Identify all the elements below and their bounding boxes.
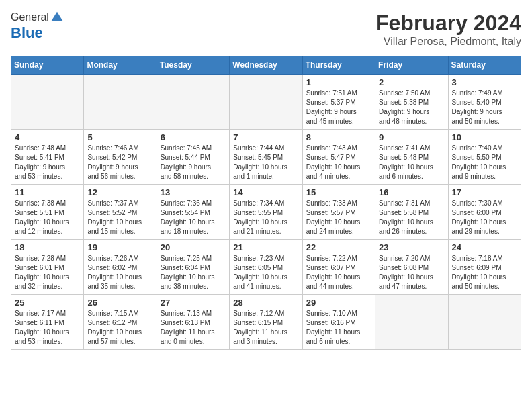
calendar-cell: 17Sunrise: 7:30 AM Sunset: 6:00 PM Dayli… [448, 185, 521, 240]
day-number: 23 [379, 242, 444, 253]
calendar-cell: 1Sunrise: 7:51 AM Sunset: 5:37 PM Daylig… [302, 75, 375, 130]
day-number: 14 [233, 187, 298, 197]
day-number: 5 [87, 132, 152, 142]
calendar-cell: 16Sunrise: 7:31 AM Sunset: 5:58 PM Dayli… [375, 185, 448, 240]
calendar-cell: 28Sunrise: 7:12 AM Sunset: 6:15 PM Dayli… [230, 295, 302, 350]
calendar-cell: 19Sunrise: 7:26 AM Sunset: 6:02 PM Dayli… [84, 240, 157, 295]
day-number: 19 [87, 242, 152, 253]
calendar-cell: 13Sunrise: 7:36 AM Sunset: 5:54 PM Dayli… [157, 185, 229, 240]
day-number: 13 [161, 187, 226, 197]
day-number: 11 [15, 187, 80, 197]
column-header-sunday: Sunday [11, 56, 84, 75]
day-number: 1 [306, 77, 371, 87]
calendar-cell [157, 75, 229, 130]
day-info: Sunrise: 7:40 AM Sunset: 5:50 PM Dayligh… [452, 144, 517, 181]
day-number: 3 [452, 77, 517, 87]
column-header-monday: Monday [84, 56, 157, 75]
day-info: Sunrise: 7:23 AM Sunset: 6:05 PM Dayligh… [233, 254, 298, 291]
day-info: Sunrise: 7:31 AM Sunset: 5:58 PM Dayligh… [379, 199, 444, 236]
day-number: 21 [233, 242, 298, 253]
calendar-cell: 6Sunrise: 7:45 AM Sunset: 5:44 PM Daylig… [157, 130, 229, 185]
calendar-cell: 21Sunrise: 7:23 AM Sunset: 6:05 PM Dayli… [230, 240, 302, 295]
day-number: 6 [161, 132, 226, 142]
calendar-cell: 12Sunrise: 7:37 AM Sunset: 5:52 PM Dayli… [84, 185, 157, 240]
column-header-thursday: Thursday [302, 56, 375, 75]
day-info: Sunrise: 7:12 AM Sunset: 6:15 PM Dayligh… [233, 309, 298, 347]
calendar-week-row: 11Sunrise: 7:38 AM Sunset: 5:51 PM Dayli… [11, 185, 521, 240]
day-number: 26 [87, 298, 152, 308]
logo-icon [50, 11, 64, 24]
day-number: 7 [233, 132, 298, 142]
day-info: Sunrise: 7:45 AM Sunset: 5:44 PM Dayligh… [161, 144, 226, 181]
day-number: 20 [161, 242, 226, 253]
header: General Blue February 2024 Villar Perosa… [11, 11, 521, 48]
day-number: 4 [15, 132, 80, 142]
calendar-cell: 2Sunrise: 7:50 AM Sunset: 5:38 PM Daylig… [375, 75, 448, 130]
calendar-header-row: SundayMondayTuesdayWednesdayThursdayFrid… [11, 56, 521, 75]
title-section: February 2024 Villar Perosa, Piedmont, I… [375, 11, 521, 48]
day-number: 12 [87, 187, 152, 197]
day-number: 10 [452, 132, 517, 142]
calendar-cell: 3Sunrise: 7:49 AM Sunset: 5:40 PM Daylig… [448, 75, 521, 130]
calendar-cell: 26Sunrise: 7:15 AM Sunset: 6:12 PM Dayli… [84, 295, 157, 350]
calendar-week-row: 1Sunrise: 7:51 AM Sunset: 5:37 PM Daylig… [11, 75, 521, 130]
day-info: Sunrise: 7:30 AM Sunset: 6:00 PM Dayligh… [452, 199, 517, 236]
calendar-cell: 25Sunrise: 7:17 AM Sunset: 6:11 PM Dayli… [11, 295, 84, 350]
calendar-cell: 22Sunrise: 7:22 AM Sunset: 6:07 PM Dayli… [302, 240, 375, 295]
day-number: 18 [15, 242, 80, 253]
calendar-cell: 9Sunrise: 7:41 AM Sunset: 5:48 PM Daylig… [375, 130, 448, 185]
calendar-week-row: 4Sunrise: 7:48 AM Sunset: 5:41 PM Daylig… [11, 130, 521, 185]
calendar-cell: 11Sunrise: 7:38 AM Sunset: 5:51 PM Dayli… [11, 185, 84, 240]
day-info: Sunrise: 7:17 AM Sunset: 6:11 PM Dayligh… [15, 309, 80, 347]
day-info: Sunrise: 7:10 AM Sunset: 6:16 PM Dayligh… [306, 309, 371, 347]
calendar-week-row: 25Sunrise: 7:17 AM Sunset: 6:11 PM Dayli… [11, 295, 521, 350]
calendar-cell: 20Sunrise: 7:25 AM Sunset: 6:04 PM Dayli… [157, 240, 229, 295]
day-info: Sunrise: 7:13 AM Sunset: 6:13 PM Dayligh… [161, 309, 226, 347]
column-header-saturday: Saturday [448, 56, 521, 75]
logo-blue-text: Blue [11, 24, 64, 42]
calendar-cell: 7Sunrise: 7:44 AM Sunset: 5:45 PM Daylig… [230, 130, 302, 185]
svg-marker-0 [52, 12, 63, 21]
day-number: 15 [306, 187, 371, 197]
day-info: Sunrise: 7:44 AM Sunset: 5:45 PM Dayligh… [233, 144, 298, 181]
day-info: Sunrise: 7:50 AM Sunset: 5:38 PM Dayligh… [379, 89, 444, 126]
day-number: 9 [379, 132, 444, 142]
calendar-cell: 10Sunrise: 7:40 AM Sunset: 5:50 PM Dayli… [448, 130, 521, 185]
calendar-body: 1Sunrise: 7:51 AM Sunset: 5:37 PM Daylig… [11, 75, 521, 350]
day-number: 22 [306, 242, 371, 253]
day-number: 2 [379, 77, 444, 87]
day-number: 8 [306, 132, 371, 142]
column-header-friday: Friday [375, 56, 448, 75]
calendar-cell: 8Sunrise: 7:43 AM Sunset: 5:47 PM Daylig… [302, 130, 375, 185]
day-number: 17 [452, 187, 517, 197]
day-info: Sunrise: 7:22 AM Sunset: 6:07 PM Dayligh… [306, 254, 371, 291]
calendar-cell: 14Sunrise: 7:34 AM Sunset: 5:55 PM Dayli… [230, 185, 302, 240]
day-info: Sunrise: 7:48 AM Sunset: 5:41 PM Dayligh… [15, 144, 80, 181]
column-header-tuesday: Tuesday [157, 56, 229, 75]
logo-general-text: General [11, 11, 49, 24]
day-number: 29 [306, 298, 371, 308]
day-info: Sunrise: 7:36 AM Sunset: 5:54 PM Dayligh… [161, 199, 226, 236]
calendar-cell [448, 295, 521, 350]
calendar-cell: 5Sunrise: 7:46 AM Sunset: 5:42 PM Daylig… [84, 130, 157, 185]
day-info: Sunrise: 7:38 AM Sunset: 5:51 PM Dayligh… [15, 199, 80, 236]
day-info: Sunrise: 7:28 AM Sunset: 6:01 PM Dayligh… [15, 254, 80, 291]
day-info: Sunrise: 7:20 AM Sunset: 6:08 PM Dayligh… [379, 254, 444, 291]
day-info: Sunrise: 7:33 AM Sunset: 5:57 PM Dayligh… [306, 199, 371, 236]
calendar-cell: 23Sunrise: 7:20 AM Sunset: 6:08 PM Dayli… [375, 240, 448, 295]
day-info: Sunrise: 7:46 AM Sunset: 5:42 PM Dayligh… [87, 144, 152, 181]
day-info: Sunrise: 7:37 AM Sunset: 5:52 PM Dayligh… [87, 199, 152, 236]
calendar-cell [375, 295, 448, 350]
day-number: 27 [161, 298, 226, 308]
day-number: 16 [379, 187, 444, 197]
calendar-cell [11, 75, 84, 130]
day-info: Sunrise: 7:18 AM Sunset: 6:09 PM Dayligh… [452, 254, 517, 291]
calendar-table: SundayMondayTuesdayWednesdayThursdayFrid… [11, 56, 521, 350]
calendar-cell [230, 75, 302, 130]
day-info: Sunrise: 7:49 AM Sunset: 5:40 PM Dayligh… [452, 89, 517, 126]
day-number: 28 [233, 298, 298, 308]
day-info: Sunrise: 7:41 AM Sunset: 5:48 PM Dayligh… [379, 144, 444, 181]
day-number: 24 [452, 242, 517, 253]
calendar-cell: 15Sunrise: 7:33 AM Sunset: 5:57 PM Dayli… [302, 185, 375, 240]
calendar-subtitle: Villar Perosa, Piedmont, Italy [375, 36, 521, 48]
